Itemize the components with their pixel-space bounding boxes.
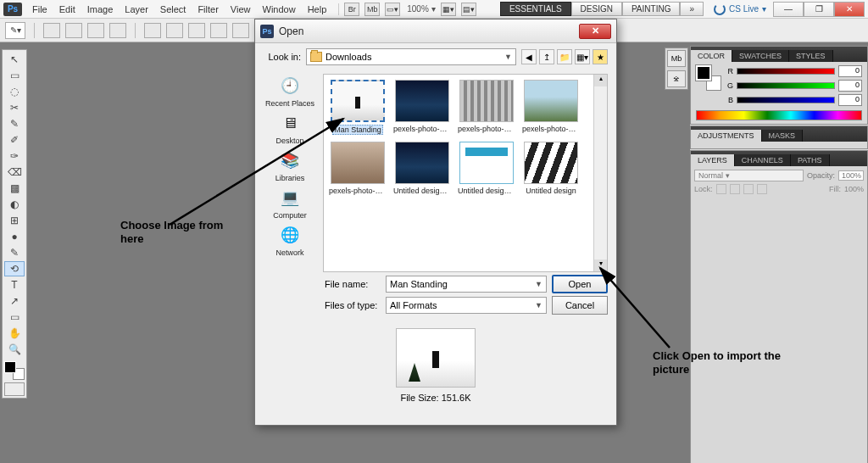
tab-paths[interactable]: PATHS xyxy=(791,154,830,166)
window-close-button[interactable]: ✕ xyxy=(834,2,865,17)
favorite-icon[interactable]: ★ xyxy=(593,49,608,64)
hand-tool[interactable]: ✋ xyxy=(4,326,25,341)
fill-value[interactable]: 100% xyxy=(844,185,864,193)
view-menu-icon[interactable]: ▦▾ xyxy=(575,49,590,64)
pen-tool[interactable]: ⟲ xyxy=(4,261,25,276)
b-value[interactable]: 0 xyxy=(838,94,862,106)
minibridge-panel-icon[interactable]: Mb xyxy=(667,50,686,67)
file-list-scrollbar[interactable] xyxy=(593,75,607,271)
r-value[interactable]: 0 xyxy=(838,65,862,77)
g-value[interactable]: 0 xyxy=(838,80,862,92)
b-slider[interactable] xyxy=(737,97,835,103)
filename-combo[interactable]: Man Standing▼ xyxy=(386,276,547,293)
option-swatch[interactable] xyxy=(210,23,227,38)
place-recent[interactable]: 🕘Recent Places xyxy=(265,74,314,108)
bridge-icon[interactable]: Br xyxy=(344,3,359,16)
option-swatch[interactable] xyxy=(144,23,161,38)
tab-color[interactable]: COLOR xyxy=(691,50,732,62)
menu-view[interactable]: View xyxy=(225,4,256,14)
crop-tool[interactable]: ✂ xyxy=(4,100,25,115)
zoom-level[interactable]: 100% ▾ xyxy=(407,4,435,14)
place-desktop[interactable]: 🖥Desktop xyxy=(275,111,304,145)
file-item[interactable]: pexels-photo-11... xyxy=(329,142,387,195)
option-swatch[interactable] xyxy=(166,23,183,38)
healing-tool[interactable]: ✐ xyxy=(4,132,25,148)
menu-edit[interactable]: Edit xyxy=(54,4,81,14)
file-item[interactable]: pexels-photo-13... xyxy=(458,80,515,135)
r-slider[interactable] xyxy=(737,68,835,75)
cancel-button[interactable]: Cancel xyxy=(552,296,608,315)
zoom-tool[interactable]: 🔍 xyxy=(4,342,25,357)
workspace-painting[interactable]: PAINTING xyxy=(622,2,680,16)
minibridge-icon[interactable]: Mb xyxy=(364,3,380,16)
tab-styles[interactable]: STYLES xyxy=(789,50,833,62)
option-swatch[interactable] xyxy=(43,23,60,38)
marquee-tool[interactable]: ▭ xyxy=(4,68,25,83)
path-select-tool[interactable]: ↗ xyxy=(4,293,25,309)
option-swatch[interactable] xyxy=(188,23,205,38)
lasso-tool[interactable]: ◌ xyxy=(4,84,25,99)
lock-all-icon[interactable] xyxy=(757,184,767,194)
place-network[interactable]: 🌐Network xyxy=(275,223,304,257)
window-minimize-button[interactable]: — xyxy=(773,2,804,17)
file-item[interactable]: Untitled design (2) xyxy=(458,142,515,195)
tab-swatches[interactable]: SWATCHES xyxy=(732,50,789,62)
lock-transparent-icon[interactable] xyxy=(716,184,726,194)
dialog-titlebar[interactable]: Ps Open ✕ xyxy=(255,20,616,43)
color-fgbg-icon[interactable] xyxy=(696,65,720,89)
tab-adjustments[interactable]: ADJUSTMENTS xyxy=(691,130,762,142)
nav-back-icon[interactable]: ◀ xyxy=(521,49,537,64)
blur-tool[interactable]: ● xyxy=(4,229,25,244)
arrange-icon[interactable]: ▦▾ xyxy=(441,3,456,16)
menu-filter[interactable]: Filter xyxy=(192,4,223,14)
fg-bg-swatch[interactable] xyxy=(4,361,25,380)
tab-channels[interactable]: CHANNELS xyxy=(735,154,791,166)
file-item[interactable]: Untitled design (1) xyxy=(393,142,451,195)
tab-masks[interactable]: MASKS xyxy=(762,130,804,142)
workspace-more[interactable]: » xyxy=(680,2,704,16)
history-brush-tool[interactable]: ▩ xyxy=(4,181,25,196)
menu-image[interactable]: Image xyxy=(82,4,119,14)
move-tool[interactable]: ↖ xyxy=(4,52,25,67)
menu-help[interactable]: Help xyxy=(303,4,332,14)
dodge-tool[interactable]: ✎ xyxy=(4,245,25,260)
eraser-tool[interactable]: ◐ xyxy=(4,197,25,212)
option-swatch[interactable] xyxy=(109,23,126,38)
cslive-button[interactable]: CS Live ▾ xyxy=(714,3,766,15)
menu-select[interactable]: Select xyxy=(155,4,192,14)
blend-mode-select[interactable]: Normal ▾ xyxy=(694,170,804,181)
extras-icon[interactable]: ▤▾ xyxy=(461,3,476,16)
menu-window[interactable]: Window xyxy=(258,4,301,14)
window-restore-button[interactable]: ❐ xyxy=(804,2,834,17)
file-item[interactable]: pexels-photo-11... xyxy=(522,80,580,135)
opacity-value[interactable]: 100% xyxy=(838,170,864,181)
workspace-essentials[interactable]: ESSENTIALS xyxy=(500,2,571,16)
lock-position-icon[interactable] xyxy=(743,184,754,194)
histogram-panel-icon[interactable]: ※ xyxy=(667,70,686,87)
file-item[interactable]: Man Standing xyxy=(329,80,387,135)
menu-layer[interactable]: Layer xyxy=(120,4,153,14)
stamp-tool[interactable]: ⌫ xyxy=(4,165,25,180)
spectrum-bar[interactable] xyxy=(696,110,862,120)
shape-tool[interactable]: ▭ xyxy=(4,310,25,325)
gradient-tool[interactable]: ⊞ xyxy=(4,213,25,228)
dialog-close-button[interactable]: ✕ xyxy=(579,24,611,39)
screen-mode-icon[interactable]: ▭▾ xyxy=(385,3,400,16)
option-swatch[interactable] xyxy=(65,23,82,38)
menu-file[interactable]: File xyxy=(27,4,53,14)
lock-pixels-icon[interactable] xyxy=(730,184,740,194)
tab-layers[interactable]: LAYERS xyxy=(691,154,735,166)
eyedropper-tool[interactable]: ✎ xyxy=(4,116,25,131)
open-button[interactable]: Open xyxy=(552,275,608,293)
workspace-design[interactable]: DESIGN xyxy=(571,2,622,16)
option-swatch[interactable] xyxy=(87,23,104,38)
file-item[interactable]: pexels-photo-91... xyxy=(393,80,451,135)
nav-up-icon[interactable]: ↥ xyxy=(539,49,554,64)
new-folder-icon[interactable]: 📁 xyxy=(557,49,572,64)
current-tool-icon[interactable]: ✎▾ xyxy=(5,22,25,39)
filetype-combo[interactable]: All Formats▼ xyxy=(386,297,547,314)
place-libraries[interactable]: 📚Libraries xyxy=(275,148,305,182)
brush-tool[interactable]: ✑ xyxy=(4,148,25,164)
place-computer[interactable]: 💻Computer xyxy=(273,186,307,220)
type-tool[interactable]: T xyxy=(4,277,25,293)
